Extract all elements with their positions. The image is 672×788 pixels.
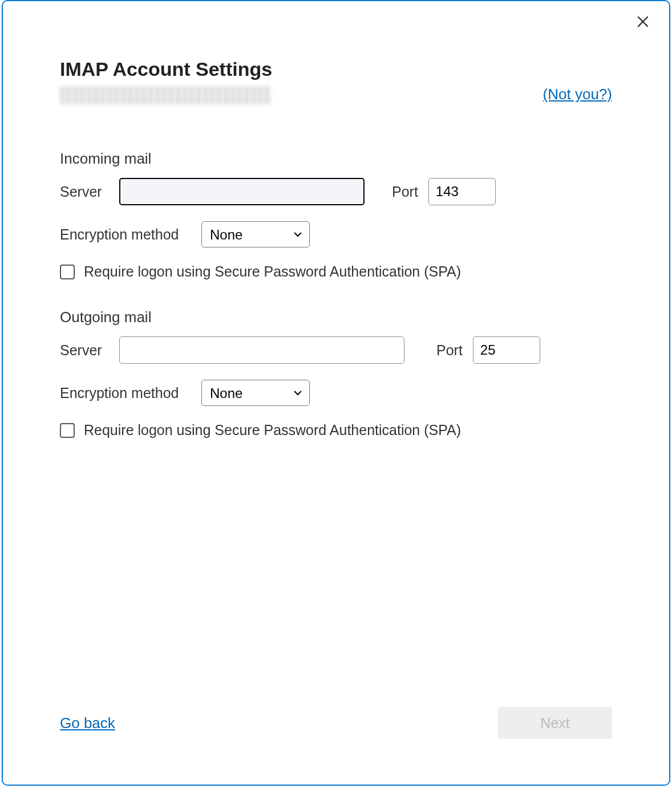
outgoing-encryption-label: Encryption method bbox=[60, 385, 191, 401]
outgoing-port-label: Port bbox=[436, 342, 463, 359]
not-you-link[interactable]: (Not you?) bbox=[543, 86, 612, 103]
incoming-heading: Incoming mail bbox=[60, 150, 612, 168]
incoming-spa-checkbox[interactable] bbox=[60, 265, 75, 279]
incoming-spa-label: Require logon using Secure Password Auth… bbox=[84, 263, 461, 280]
incoming-server-input[interactable] bbox=[119, 178, 365, 205]
incoming-encryption-label: Encryption method bbox=[60, 226, 191, 243]
outgoing-server-input[interactable] bbox=[119, 336, 404, 364]
account-email-redacted bbox=[60, 86, 271, 104]
incoming-server-label: Server bbox=[60, 184, 109, 200]
dialog-title: IMAP Account Settings bbox=[60, 58, 543, 80]
incoming-port-label: Port bbox=[392, 184, 418, 200]
outgoing-port-input[interactable] bbox=[473, 336, 540, 364]
incoming-encryption-select[interactable]: None bbox=[201, 221, 310, 247]
incoming-port-input[interactable] bbox=[428, 178, 496, 205]
close-button[interactable] bbox=[633, 11, 653, 32]
outgoing-heading: Outgoing mail bbox=[60, 308, 612, 326]
outgoing-spa-label: Require logon using Secure Password Auth… bbox=[84, 422, 461, 438]
imap-settings-dialog: IMAP Account Settings (Not you?) Incomin… bbox=[2, 0, 670, 786]
next-button[interactable]: Next bbox=[498, 707, 612, 739]
go-back-link[interactable]: Go back bbox=[60, 714, 115, 732]
close-icon bbox=[635, 14, 650, 29]
outgoing-spa-checkbox[interactable] bbox=[60, 423, 75, 438]
outgoing-server-label: Server bbox=[60, 342, 109, 359]
outgoing-encryption-select[interactable]: None bbox=[201, 380, 310, 406]
